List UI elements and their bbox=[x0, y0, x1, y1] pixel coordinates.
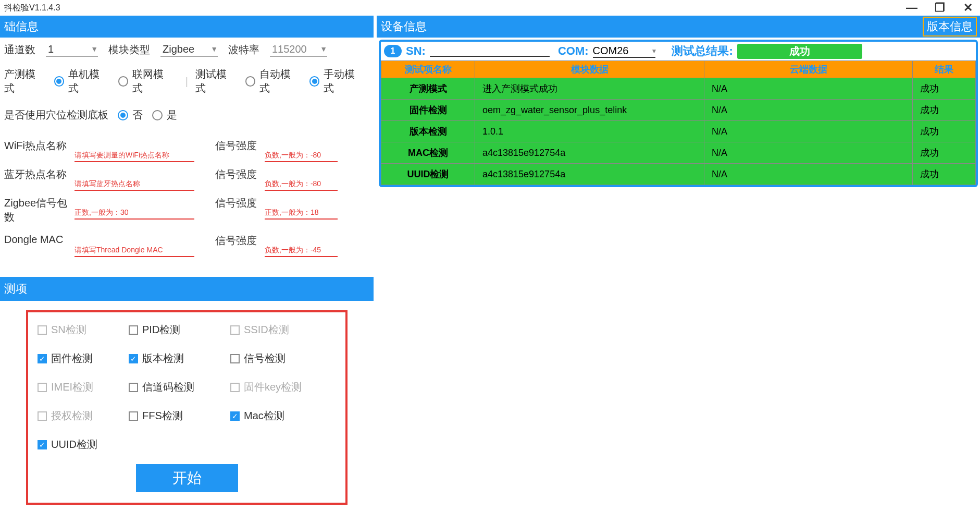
config-section: 通道数 1 ▼ 模块类型 Zigbee ▼ 波特率 115200 ▼ 产测模式 bbox=[0, 38, 374, 272]
row-name-cell: UUID检测 bbox=[381, 164, 475, 185]
col-result-header: 结果 bbox=[913, 61, 976, 78]
bt-signal-input[interactable]: 负数,一般为：-80 bbox=[265, 178, 338, 191]
signal-detect-item[interactable]: 信号检测 bbox=[230, 351, 321, 366]
ffs-detect-item[interactable]: FFS检测 bbox=[129, 409, 230, 423]
row-result-cell: 成功 bbox=[913, 142, 976, 164]
imei-detect-item[interactable]: IMEI检测 bbox=[38, 380, 129, 394]
col-module-header: 模块数据 bbox=[475, 61, 704, 78]
row-cloud-cell: N/A bbox=[704, 100, 913, 121]
wifi-row: WiFi热点名称 请填写要测量的WiFi热点名称 信号强度 负数,一般为：-80 bbox=[4, 139, 369, 162]
zigbee-row: Zigbee信号包数 正数,一般为：30 信号强度 正数,一般为：18 bbox=[4, 196, 369, 228]
row-cloud-cell: N/A bbox=[704, 164, 913, 185]
signal-detect-label: 信号检测 bbox=[244, 351, 286, 366]
row-module-cell: 1.0.1 bbox=[475, 121, 704, 142]
window-title: 抖检验V1.1.4.3 bbox=[4, 3, 60, 14]
test-result-label: 测试总结果: bbox=[672, 43, 733, 59]
start-button[interactable]: 开始 bbox=[136, 464, 238, 492]
section-headers: 础信息 设备信息 版本信息 bbox=[0, 16, 980, 38]
mac-checkbox[interactable] bbox=[230, 411, 240, 421]
minimize-button[interactable]: — bbox=[904, 1, 920, 15]
zigbee-signal-input[interactable]: 正数,一般为：18 bbox=[265, 207, 338, 220]
wifi-label: WiFi热点名称 bbox=[4, 139, 75, 153]
table-row: 固件检测oem_zg_water_sensor_plus_telinkN/A成功 bbox=[381, 100, 976, 121]
table-header-row: 测试项名称 模块数据 云端数据 结果 bbox=[381, 61, 976, 78]
com-dropdown[interactable]: COM26 bbox=[593, 45, 655, 58]
firmwarekey-checkbox[interactable] bbox=[230, 383, 240, 392]
version-detect-item[interactable]: 版本检测 bbox=[129, 351, 230, 366]
col-cloud-header: 云端数据 bbox=[704, 61, 913, 78]
table-row: UUID检测a4c13815e912754aN/A成功 bbox=[381, 164, 976, 185]
row-name-cell: 产测模式 bbox=[381, 78, 475, 100]
titlebar: 抖检验V1.1.4.3 — ❐ ✕ bbox=[0, 0, 980, 16]
row-name-cell: 固件检测 bbox=[381, 100, 475, 121]
signal-checkbox[interactable] bbox=[230, 354, 240, 363]
ssid-checkbox[interactable] bbox=[230, 325, 240, 335]
row-result-cell: 成功 bbox=[913, 100, 976, 121]
row-result-cell: 成功 bbox=[913, 121, 976, 142]
bottom-board-yes-radio[interactable] bbox=[152, 110, 163, 120]
row-cloud-cell: N/A bbox=[704, 78, 913, 100]
network-mode-radio[interactable] bbox=[118, 76, 129, 87]
manual-mode-radio[interactable] bbox=[309, 76, 320, 87]
ffs-checkbox[interactable] bbox=[129, 411, 138, 421]
row-module-cell: 进入产测模式成功 bbox=[475, 78, 704, 100]
single-mode-radio[interactable] bbox=[54, 76, 65, 87]
channelcode-detect-item[interactable]: 信道码检测 bbox=[129, 380, 230, 394]
dongle-signal-input[interactable]: 负数,一般为：-45 bbox=[265, 245, 338, 257]
firmware-detect-item[interactable]: 固件检测 bbox=[38, 351, 129, 366]
close-button[interactable]: ✕ bbox=[960, 1, 976, 15]
auth-checkbox[interactable] bbox=[38, 411, 47, 421]
firmware-detect-label: 固件检测 bbox=[51, 351, 93, 366]
wifi-input[interactable]: 请填写要测量的WiFi热点名称 bbox=[75, 150, 194, 162]
wifi-signal-input[interactable]: 负数,一般为：-80 bbox=[265, 150, 338, 162]
com-label: COM: bbox=[558, 44, 589, 58]
divider: | bbox=[185, 76, 188, 88]
mac-detect-item[interactable]: Mac检测 bbox=[230, 409, 321, 423]
zigbee-signal-label: 信号强度 bbox=[215, 196, 265, 210]
channels-dropdown[interactable]: 1 ▼ bbox=[46, 43, 98, 57]
maximize-button[interactable]: ❐ bbox=[932, 1, 948, 15]
auto-mode-radio[interactable] bbox=[245, 76, 256, 87]
module-type-label: 模块类型 bbox=[108, 43, 150, 57]
bottom-board-no-radio[interactable] bbox=[118, 110, 128, 120]
zigbee-input[interactable]: 正数,一般为：30 bbox=[75, 207, 194, 220]
ssid-detect-item[interactable]: SSID检测 bbox=[230, 323, 321, 337]
row-module-cell: oem_zg_water_sensor_plus_telink bbox=[475, 100, 704, 121]
sn-detect-label: SN检测 bbox=[51, 323, 86, 337]
prod-mode-label: 产测模式 bbox=[4, 67, 45, 95]
bottom-board-yes-label: 是 bbox=[167, 108, 177, 122]
pid-detect-item[interactable]: PID检测 bbox=[129, 323, 230, 337]
bottom-board-label: 是否使用穴位检测底板 bbox=[4, 108, 108, 122]
sn-input[interactable] bbox=[430, 45, 550, 57]
pid-checkbox[interactable] bbox=[129, 325, 138, 335]
channelcode-checkbox[interactable] bbox=[129, 383, 138, 392]
sn-checkbox[interactable] bbox=[38, 325, 47, 335]
imei-checkbox[interactable] bbox=[38, 383, 47, 392]
version-checkbox[interactable] bbox=[129, 354, 138, 363]
chevron-down-icon: ▼ bbox=[91, 45, 98, 53]
auth-detect-item[interactable]: 授权检测 bbox=[38, 409, 129, 423]
row-name-cell: MAC检测 bbox=[381, 142, 475, 164]
uuid-checkbox[interactable] bbox=[38, 440, 47, 449]
sn-detect-item[interactable]: SN检测 bbox=[38, 323, 129, 337]
dongle-input[interactable]: 请填写Thread Dongle MAC bbox=[75, 245, 194, 257]
chevron-down-icon: ▼ bbox=[210, 45, 218, 53]
version-detect-label: 版本检测 bbox=[142, 351, 184, 366]
row-result-cell: 成功 bbox=[913, 164, 976, 185]
bt-label: 蓝牙热点名称 bbox=[4, 167, 75, 181]
bt-input[interactable]: 请填写蓝牙热点名称 bbox=[75, 178, 194, 191]
basic-info-header: 础信息 bbox=[0, 16, 374, 38]
uuid-detect-item[interactable]: UUID检测 bbox=[38, 437, 129, 452]
baud-rate-dropdown[interactable]: 115200 ▼ bbox=[270, 43, 327, 57]
chevron-down-icon: ▼ bbox=[651, 47, 658, 55]
version-info-button[interactable]: 版本信息 bbox=[923, 17, 977, 37]
firmwarekey-detect-item[interactable]: 固件key检测 bbox=[230, 380, 321, 394]
module-type-dropdown[interactable]: Zigbee ▼ bbox=[160, 43, 218, 57]
baud-rate-label: 波特率 bbox=[228, 43, 259, 57]
firmwarekey-detect-label: 固件key检测 bbox=[244, 380, 302, 394]
dongle-label: Dongle MAC bbox=[4, 234, 75, 246]
mode-row: 产测模式 单机模式 联网模式 | 测试模式 自动模式 手动模式 bbox=[4, 67, 369, 95]
firmware-checkbox[interactable] bbox=[38, 354, 47, 363]
col-name-header: 测试项名称 bbox=[381, 61, 475, 78]
row-result-cell: 成功 bbox=[913, 78, 976, 100]
